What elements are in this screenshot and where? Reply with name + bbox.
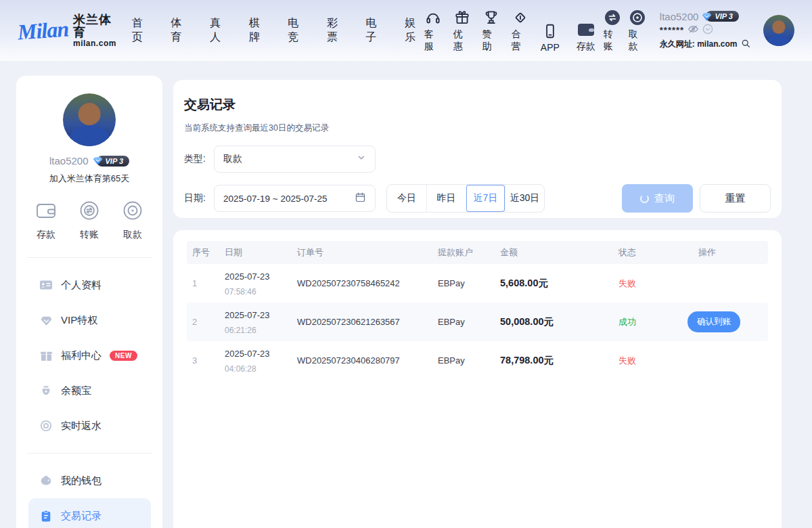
magnifier-icon[interactable] bbox=[741, 39, 750, 51]
username[interactable]: ltao5200 bbox=[660, 11, 699, 22]
sidebar-item-benefits[interactable]: 福利中心 NEW bbox=[16, 338, 162, 373]
records-panel: 序号 日期 订单号 提款账户 金额 状态 操作 1 2025-07-2307:5… bbox=[173, 230, 782, 528]
profile-avatar[interactable] bbox=[63, 93, 116, 146]
type-select-value: 取款 bbox=[223, 153, 357, 165]
sidebar-item-vip[interactable]: VIP特权 bbox=[16, 303, 162, 338]
reset-button[interactable]: 重置 bbox=[700, 184, 771, 213]
nav-item-sports[interactable]: 体育 bbox=[171, 16, 190, 45]
page-subtitle: 当前系统支持查询最近30日的交易记录 bbox=[184, 123, 771, 134]
vip-badge: VIP 3 bbox=[702, 11, 739, 22]
table-header: 序号 日期 订单号 提款账户 金额 状态 操作 bbox=[187, 241, 768, 264]
header-actions-light: 客服 优惠 赞助 合营 APP bbox=[424, 9, 560, 53]
nav-item-live[interactable]: 真人 bbox=[210, 16, 229, 45]
nav-item-cards[interactable]: 棋牌 bbox=[249, 16, 269, 45]
quick-range-group: 今日 昨日 近7日 近30日 bbox=[386, 184, 545, 213]
table-row: 3 2025-07-2304:06:28 WD20250723040628079… bbox=[187, 341, 768, 380]
type-label: 类型: bbox=[184, 153, 214, 165]
nav-item-lottery[interactable]: 彩票 bbox=[327, 16, 346, 45]
sponsorship-button[interactable]: 赞助 bbox=[482, 9, 500, 53]
coin-outline-icon bbox=[120, 198, 145, 225]
promotions-button[interactable]: 优惠 bbox=[453, 9, 471, 53]
brand-logo[interactable]: Milan 米兰体育 milan.com bbox=[18, 14, 118, 47]
nav-item-esports[interactable]: 电竞 bbox=[288, 16, 307, 45]
range-7days-button[interactable]: 近7日 bbox=[466, 185, 505, 212]
trophy-icon bbox=[482, 9, 500, 26]
sidebar-transfer-button[interactable]: 转账 bbox=[77, 198, 102, 241]
wallet-icon bbox=[576, 21, 596, 39]
page-title: 交易记录 bbox=[184, 96, 771, 114]
eye-slash-icon[interactable] bbox=[687, 24, 699, 37]
table-row: 1 2025-07-2307:58:46 WD20250723075846524… bbox=[187, 264, 768, 303]
loading-spinner-icon bbox=[640, 194, 649, 203]
col-action: 操作 bbox=[698, 246, 763, 259]
sidebar-divider bbox=[27, 453, 152, 454]
sidebar-withdraw-button[interactable]: 取款 bbox=[120, 198, 145, 241]
brand-logo-script: Milan bbox=[17, 16, 69, 45]
deposit-button[interactable]: 存款 bbox=[576, 21, 596, 53]
rebate-icon bbox=[39, 420, 53, 432]
type-select[interactable]: 取款 bbox=[214, 146, 376, 173]
range-30days-button[interactable]: 近30日 bbox=[505, 185, 544, 212]
sidebar-item-profile[interactable]: 个人资料 bbox=[16, 267, 162, 303]
range-yesterday-button[interactable]: 昨日 bbox=[426, 185, 466, 212]
sidebar-deposit-button[interactable]: 存款 bbox=[34, 198, 58, 241]
top-header: Milan 米兰体育 milan.com 首页 体育 真人 棋牌 电竞 彩票 电… bbox=[0, 0, 812, 61]
date-range-input[interactable]: 2025-07-19 ~ 2025-07-25 bbox=[214, 185, 376, 212]
row-time: 07:58:46 bbox=[225, 287, 256, 296]
gift-icon bbox=[453, 9, 471, 26]
col-account: 提款账户 bbox=[438, 246, 500, 259]
page: Milan 米兰体育 milan.com 首页 体育 真人 棋牌 电竞 彩票 电… bbox=[0, 0, 812, 528]
coin-icon bbox=[629, 9, 646, 26]
clipboard-icon bbox=[39, 510, 53, 523]
row-account: EBPay bbox=[438, 317, 500, 327]
user-avatar[interactable] bbox=[763, 15, 794, 46]
row-account: EBPay bbox=[438, 355, 500, 366]
row-order-no: WD202507230621263567 bbox=[297, 317, 438, 327]
nav-item-slots[interactable]: 电子 bbox=[366, 16, 386, 45]
search-button[interactable]: 查询 bbox=[622, 184, 693, 213]
row-date: 2025-07-23 bbox=[225, 349, 270, 359]
sidebar-item-rebate[interactable]: 实时返水 bbox=[16, 408, 162, 443]
transfer-icon-button[interactable]: 转账 bbox=[604, 9, 621, 53]
profile-vip-badge: VIP 3 bbox=[93, 156, 130, 167]
tickets-icon bbox=[512, 9, 529, 26]
partnership-button[interactable]: 合营 bbox=[512, 9, 529, 53]
main-nav: 首页 体育 真人 棋牌 电竞 彩票 电子 娱乐 bbox=[132, 16, 424, 45]
table-row: 2 2025-07-2306:21:26 WD20250723062126356… bbox=[187, 303, 768, 341]
sidebar-quick-actions: 存款 转账 取款 bbox=[16, 185, 162, 252]
filter-panel: 交易记录 当前系统支持查询最近30日的交易记录 类型: 取款 日期: 2025-… bbox=[173, 80, 782, 218]
sidebar-item-transactions[interactable]: 交易记录 bbox=[28, 498, 151, 528]
row-amount: 50,008.00元 bbox=[500, 315, 618, 328]
nav-item-entertainment[interactable]: 娱乐 bbox=[405, 16, 424, 45]
customer-service-button[interactable]: 客服 bbox=[424, 9, 442, 53]
joined-days-label: 加入米兰体育第65天 bbox=[16, 173, 162, 185]
col-status: 状态 bbox=[618, 246, 698, 259]
col-no: 序号 bbox=[192, 246, 225, 259]
sidebar-menu-records: 我的钱包 交易记录 投注记录 bbox=[16, 459, 162, 528]
row-date: 2025-07-23 bbox=[225, 310, 270, 320]
sidebar-item-wallet[interactable]: 我的钱包 bbox=[16, 463, 162, 498]
date-label: 日期: bbox=[184, 192, 214, 204]
chevron-down-circle-icon[interactable] bbox=[702, 24, 713, 37]
range-today-button[interactable]: 今日 bbox=[387, 185, 426, 212]
status-badge: 失败 bbox=[618, 355, 698, 367]
row-amount: 78,798.00元 bbox=[500, 354, 618, 367]
vip-diamond-icon bbox=[702, 12, 712, 22]
row-order-no: WD202507230406280797 bbox=[297, 355, 438, 366]
date-filter-row: 日期: 2025-07-19 ~ 2025-07-25 今日 昨日 近7日 近3… bbox=[184, 184, 771, 213]
nav-item-home[interactable]: 首页 bbox=[132, 16, 152, 45]
sidebar-item-yuebao[interactable]: 余额宝 bbox=[16, 373, 162, 408]
status-badge: 失败 bbox=[618, 278, 698, 290]
confirm-receipt-button[interactable]: 确认到账 bbox=[687, 311, 740, 332]
brand-name-cn: 米兰体育 bbox=[73, 14, 118, 39]
status-badge: 成功 bbox=[618, 316, 698, 328]
withdraw-icon-button[interactable]: 取款 bbox=[629, 9, 646, 53]
row-time: 04:06:28 bbox=[225, 364, 256, 374]
profile-username: ltao5200 bbox=[49, 155, 89, 167]
row-amount: 5,608.00元 bbox=[500, 277, 618, 290]
sidebar-divider bbox=[27, 257, 152, 258]
sidebar: ltao5200 VIP 3 加入米兰体育第65天 存款 转账 取款 bbox=[16, 76, 162, 528]
transfer-icon bbox=[604, 9, 621, 26]
app-download-button[interactable]: APP bbox=[541, 22, 560, 53]
chevron-down-icon bbox=[357, 153, 366, 165]
